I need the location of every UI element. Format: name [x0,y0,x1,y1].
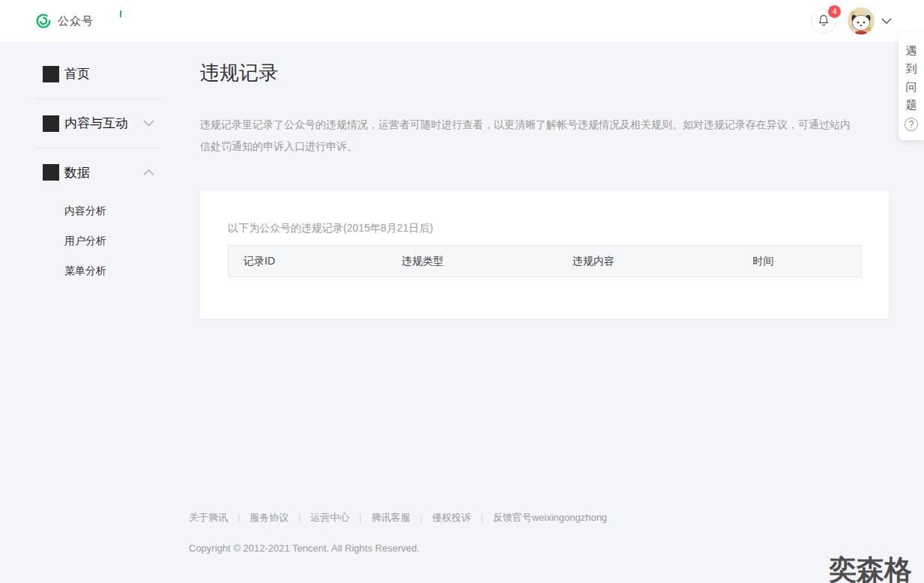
top-header: 公众号 4 [0,0,924,42]
table-header-record-id: 记录ID [229,255,387,268]
footer: 关于腾讯 | 服务协议 | 运营中心 | 腾讯客服 | 侵权投诉 | 反馈官号w… [189,511,607,554]
page-title: 违规记录 [200,61,889,84]
footer-link-operation-center[interactable]: 运营中心 [310,511,349,525]
text-cursor [120,10,121,17]
table-header-row: 记录ID 违规类型 违规内容 时间 [228,245,862,277]
footer-links: 关于腾讯 | 服务协议 | 运营中心 | 腾讯客服 | 侵权投诉 | 反馈官号w… [189,511,607,525]
avatar[interactable] [848,7,875,34]
help-tab-text: 问 [906,78,917,96]
footer-separator: | [481,513,483,523]
home-icon [43,66,59,82]
header-actions: 4 [811,0,892,42]
official-account-logo-icon [35,13,52,29]
copyright-text: Copyright © 2012-2021 Tencent. All Right… [189,543,607,554]
chevron-down-icon [881,18,892,24]
help-tab-text: 题 [906,96,917,114]
sidebar-subitem-user-analysis[interactable]: 用户分析 [64,226,160,256]
table-header-violation-type: 违规类型 [387,255,558,268]
help-side-tab[interactable]: 遇 到 问 题 ? [899,32,924,140]
content-icon [43,115,59,132]
sidebar-item-home[interactable]: 首页 [35,49,160,98]
main-content: 违规记录 违规记录里记录了公众号的违规情况，运营者可随时进行查看，以更清晰了解帐… [200,42,889,318]
sidebar-item-label: 内容与互动 [64,115,128,132]
footer-separator: | [420,513,422,523]
sidebar-item-label: 首页 [64,65,90,82]
footer-link-about-tencent[interactable]: 关于腾讯 [189,511,228,525]
table-header-time: 时间 [737,255,861,268]
sidebar-section-content: 内容与互动 [35,99,160,148]
sidebar-item-data[interactable]: 数据 [35,148,160,196]
question-mark-icon: ? [905,118,918,131]
violation-records-table: 记录ID 违规类型 违规内容 时间 [228,245,862,277]
page-description: 违规记录里记录了公众号的违规情况，运营者可随时进行查看，以更清晰了解帐号违规情况… [200,114,860,157]
footer-link-service-agreement[interactable]: 服务协议 [250,511,289,525]
logo[interactable]: 公众号 [35,0,94,42]
sidebar-item-label: 数据 [64,164,90,181]
sidebar: 首页 内容与互动 数据 内容分析 用户分析 菜单分析 [35,42,160,295]
footer-link-tencent-service[interactable]: 腾讯客服 [371,511,410,525]
table-header-violation-content: 违规内容 [558,255,738,268]
footer-link-infringement-complaint[interactable]: 侵权投诉 [432,511,471,525]
footer-separator: | [298,513,301,523]
footer-link-feedback-account[interactable]: 反馈官号weixingongzhong [493,511,607,525]
sidebar-subitem-menu-analysis[interactable]: 菜单分析 [64,256,160,286]
footer-separator: | [359,513,361,523]
notification-bell-button[interactable]: 4 [811,8,836,34]
help-tab-text: 到 [906,60,917,78]
violation-records-card: 以下为公众号的违规记录(2015年8月21日后) 记录ID 违规类型 违规内容 … [200,191,889,318]
footer-separator: | [238,513,240,523]
sidebar-subitem-content-analysis[interactable]: 内容分析 [64,196,160,226]
data-icon [43,164,59,181]
logo-text: 公众号 [58,14,94,28]
avatar-image [848,7,875,34]
help-tab-text: 遇 [906,42,917,60]
sidebar-item-content-interaction[interactable]: 内容与互动 [35,99,160,148]
chevron-down-icon [143,120,154,127]
watermark: 奕森格 [829,552,912,583]
chevron-up-icon [143,169,154,176]
records-note: 以下为公众号的违规记录(2015年8月21日后) [228,222,862,235]
sidebar-section-home: 首页 [35,42,160,99]
sidebar-section-data: 数据 内容分析 用户分析 菜单分析 [35,148,160,295]
bell-icon [817,13,830,28]
account-menu-chevron[interactable] [881,18,892,24]
notification-badge: 4 [828,5,841,18]
sidebar-data-submenu: 内容分析 用户分析 菜单分析 [35,196,160,295]
